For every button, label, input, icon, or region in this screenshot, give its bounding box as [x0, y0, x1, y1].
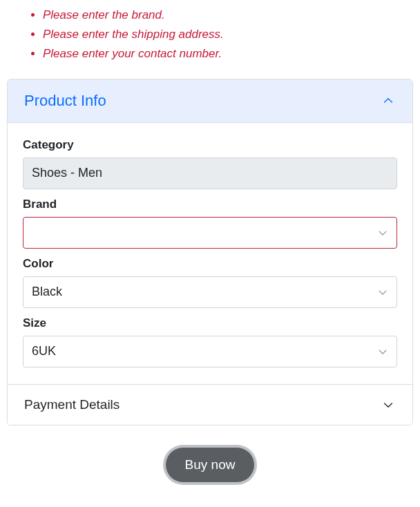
validation-errors: Please enter the brand. Please enter the…	[10, 6, 413, 64]
chevron-down-icon	[376, 286, 389, 298]
color-select[interactable]: Black	[23, 276, 397, 308]
brand-label: Brand	[23, 198, 397, 211]
error-item: Please enter the shipping address.	[43, 25, 413, 44]
size-select[interactable]: 6UK	[23, 336, 397, 367]
chevron-down-icon	[376, 345, 389, 358]
color-value: Black	[23, 276, 397, 308]
category-value: Shoes - Men	[23, 157, 397, 189]
size-value: 6UK	[23, 336, 397, 367]
accordion-panel-product: Category Shoes - Men Brand Color Black	[8, 123, 412, 384]
error-item: Please enter your contact number.	[43, 44, 413, 64]
error-item: Please enter the brand.	[43, 6, 413, 25]
accordion-title: Product Info	[24, 92, 106, 110]
size-label: Size	[23, 316, 397, 330]
accordion-header-product[interactable]: Product Info	[8, 79, 412, 123]
category-label: Category	[23, 138, 397, 152]
brand-value	[23, 217, 397, 249]
chevron-up-icon	[381, 93, 396, 108]
order-accordion: Product Info Category Shoes - Men Brand	[7, 79, 413, 425]
buy-now-button[interactable]: Buy now	[166, 448, 255, 482]
category-select: Shoes - Men	[23, 157, 397, 189]
chevron-down-icon	[381, 397, 396, 412]
accordion-title: Payment Details	[24, 397, 120, 412]
brand-select[interactable]	[23, 217, 397, 249]
color-label: Color	[23, 257, 397, 271]
chevron-down-icon	[376, 227, 389, 239]
accordion-header-payment[interactable]: Payment Details	[8, 384, 412, 425]
